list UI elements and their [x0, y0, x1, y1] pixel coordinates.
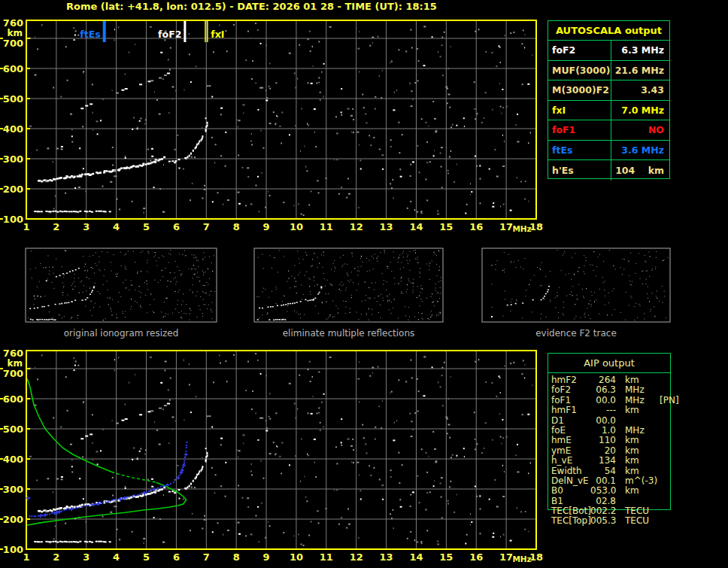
- svg-text:12: 12: [350, 221, 363, 232]
- svg-text:100: 100: [3, 214, 23, 225]
- aip-row-tecbot: TEC[Bot]002.2TECU: [551, 506, 726, 516]
- svg-text:14: 14: [409, 551, 423, 563]
- aip-row-value: 54: [590, 466, 616, 476]
- svg-text:3: 3: [83, 221, 89, 232]
- svg-text:15: 15: [439, 221, 453, 232]
- top-ionogram-plot: 760km70060050040030020010012345678910111…: [0, 17, 543, 233]
- aip-row-label: h_vE: [551, 456, 590, 466]
- fof2-marker: foF2: [158, 21, 186, 42]
- aip-row-unit: MHz: [625, 426, 660, 436]
- svg-text:200: 200: [3, 514, 23, 525]
- svg-text:500: 500: [3, 93, 23, 105]
- aip-row-label: foF2: [551, 385, 590, 395]
- svg-text:400: 400: [3, 123, 23, 135]
- svg-text:15: 15: [439, 551, 453, 563]
- svg-text:500: 500: [3, 424, 23, 435]
- autoscala-row-fxi: fxI7.0 MHz: [548, 101, 669, 121]
- svg-text:MHz: MHz: [512, 554, 531, 563]
- aip-row-label: DelN_vE: [551, 476, 590, 486]
- aip-row-value: 002.2: [590, 506, 616, 516]
- aip-table-rows: hmF2264kmfoF206.3MHzfoF100.0MHz[PN]hmF1-…: [551, 375, 726, 527]
- autoscala-row-hes: h'Es104 km: [548, 160, 669, 181]
- aip-table-header: AIP output: [548, 354, 670, 373]
- aip-row-tectop: TEC[Top]005.3TECU: [551, 516, 726, 526]
- svg-text:760: 760: [3, 17, 23, 29]
- aip-row-b1: B102.8: [551, 497, 726, 506]
- svg-text:16: 16: [469, 551, 483, 563]
- svg-text:400: 400: [3, 454, 23, 465]
- thumbnail-caption-evidence-f2: evidence F2 trace: [482, 328, 670, 339]
- aip-row-unit: km: [625, 466, 660, 476]
- aip-row-unit: MHz: [625, 385, 660, 395]
- aip-row-label: TEC[Bot]: [551, 506, 590, 516]
- svg-text:16: 16: [469, 221, 483, 232]
- aip-row-delnve: DelN_vE00.1m^(-3): [551, 476, 726, 486]
- aip-row-hme: hmE110km: [551, 436, 726, 445]
- aip-row-value: 110: [590, 436, 616, 445]
- svg-text:700: 700: [3, 38, 23, 49]
- aip-row-unit: [625, 416, 660, 426]
- svg-text:11: 11: [320, 551, 333, 563]
- thumbnail-caption-original: original ionogram resized: [26, 328, 217, 339]
- aip-row-value: 06.3: [590, 385, 616, 395]
- svg-text:760: 760: [3, 348, 23, 359]
- aip-row-value: 134: [590, 456, 616, 466]
- aip-row-label: foE: [551, 426, 590, 436]
- svg-text:1: 1: [23, 551, 29, 563]
- aip-row-value: 1.0: [590, 426, 616, 436]
- aip-row-value: 00.0: [590, 396, 616, 405]
- svg-text:700: 700: [3, 368, 23, 379]
- aip-row-unit: km: [625, 446, 660, 456]
- autoscala-row-value: 3.43: [611, 80, 669, 100]
- aip-row-unit: MHz: [625, 396, 660, 405]
- bottom-ionogram-plot: 760km70060050040030020010012345678910111…: [0, 348, 543, 563]
- scaled-f2-trace: [26, 442, 188, 518]
- autoscala-row-label: foF1: [548, 120, 611, 140]
- aip-row-unit: m^(-3): [625, 476, 660, 486]
- aip-row-value: 00.1: [590, 476, 616, 486]
- autoscala-row-value: 3.6 MHz: [611, 141, 669, 160]
- svg-text:100: 100: [3, 544, 23, 555]
- svg-text:7: 7: [203, 221, 210, 232]
- aip-row-label: foF1: [551, 396, 590, 405]
- svg-text:6: 6: [173, 221, 180, 232]
- autoscala-row-fof1: foF1NO: [548, 120, 669, 141]
- aip-row-label: TEC[Top]: [551, 516, 590, 526]
- svg-text:MHz: MHz: [512, 224, 531, 233]
- autoscala-row-m3000f2: M(3000)F23.43: [548, 80, 669, 101]
- svg-text:fxI: fxI: [211, 29, 224, 40]
- autoscala-table-header: AUTOSCALA output: [548, 21, 669, 41]
- svg-text:2: 2: [53, 221, 59, 232]
- aip-row-value: ---: [590, 405, 616, 415]
- svg-text:2: 2: [53, 551, 59, 563]
- svg-text:6: 6: [173, 551, 180, 563]
- autoscala-row-value: NO: [611, 120, 669, 140]
- svg-text:5: 5: [143, 221, 150, 232]
- electron-density-profile: [27, 378, 186, 525]
- aip-row-foe: foE1.0MHz: [551, 426, 726, 436]
- svg-text:9: 9: [263, 221, 270, 232]
- autoscala-row-muf3000f2: MUF(3000)F221.6 MHz: [548, 61, 669, 81]
- svg-text:foF2: foF2: [158, 29, 181, 40]
- svg-text:10: 10: [290, 551, 303, 563]
- thumbnail-caption-eliminate-reflections: eliminate multiple reflections: [254, 328, 443, 339]
- aip-row-unit: TECU: [625, 516, 660, 526]
- svg-text:17: 17: [499, 221, 513, 232]
- aip-row-label: ymE: [551, 446, 590, 456]
- svg-text:600: 600: [3, 63, 23, 74]
- aip-row-unit: [625, 497, 660, 506]
- aip-row-fof1: foF100.0MHz[PN]: [551, 396, 726, 405]
- svg-text:5: 5: [143, 551, 150, 563]
- svg-text:8: 8: [233, 551, 240, 563]
- autoscala-row-value: 104 km: [611, 160, 669, 181]
- svg-text:12: 12: [350, 551, 363, 563]
- svg-text:13: 13: [380, 551, 393, 563]
- svg-text:10: 10: [290, 221, 303, 232]
- svg-text:3: 3: [83, 551, 89, 563]
- aip-row-label: D1: [551, 416, 590, 426]
- autoscala-row-label: M(3000)F2: [548, 80, 611, 100]
- aip-row-hmf1: hmF1---km: [551, 405, 726, 415]
- aip-row-yme: ymE20km: [551, 446, 726, 456]
- svg-text:4: 4: [113, 551, 120, 563]
- svg-text:300: 300: [3, 484, 23, 495]
